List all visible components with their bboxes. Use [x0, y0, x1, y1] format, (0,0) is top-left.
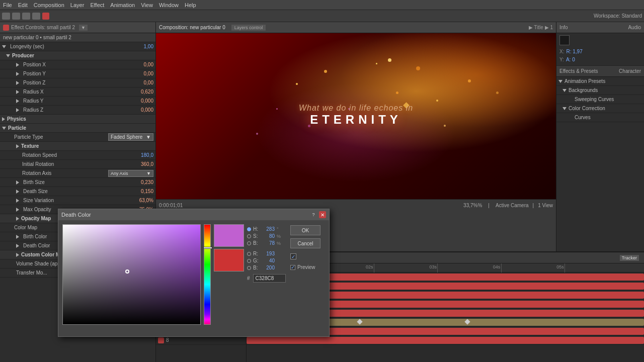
lbl-posx: Position X — [21, 62, 128, 67]
val-rot-speed[interactable]: 180,0 — [128, 152, 153, 158]
val-death-size[interactable]: 0,150 — [128, 189, 153, 194]
val-b[interactable]: 78 — [262, 240, 275, 246]
param-pos-z[interactable]: Position Z 0,00 — [0, 78, 155, 87]
hex-input[interactable] — [253, 274, 286, 283]
r-row[interactable]: R: 193 — [247, 251, 287, 256]
radio-b-rgb[interactable] — [247, 266, 251, 270]
bri-row[interactable]: B: 78 % — [247, 240, 287, 246]
lbl-animation-presets: Animation Presets — [565, 78, 605, 84]
val-posy[interactable]: 0,00 — [128, 71, 153, 76]
character-tab[interactable]: Character — [619, 68, 641, 74]
toolbar-icon-5[interactable] — [42, 13, 49, 20]
val-b-rgb[interactable]: 200 — [262, 265, 275, 270]
info-tab[interactable]: Info — [559, 25, 568, 30]
menu-animation[interactable]: Animation — [110, 2, 135, 8]
tri-max-opacity — [16, 208, 19, 212]
tree-sweeping-curves[interactable]: Sweeping Curves — [556, 95, 644, 104]
timecode-display[interactable]: 0:00:01;01 — [159, 203, 183, 208]
menu-layer[interactable]: Layer — [70, 2, 85, 8]
menu-composition[interactable]: Composition — [34, 2, 64, 8]
menu-effect[interactable]: Effect — [90, 2, 104, 8]
view-label[interactable]: 1 View — [538, 203, 553, 208]
param-birth-size[interactable]: Birth Size 0,230 — [0, 178, 155, 187]
dropdown-particle-type[interactable]: Faded Sphere ▼ — [108, 133, 153, 141]
val-radz[interactable]: 0,000 — [128, 107, 153, 113]
param-radius-z[interactable]: Radius Z 0,000 — [0, 106, 155, 115]
comp-text-line2: ETERNITY — [299, 113, 413, 127]
lbl-s: S: — [253, 233, 260, 239]
dialog-help-btn[interactable]: ? — [310, 211, 317, 218]
color-dialog[interactable]: Death Color ? ✕ — [58, 209, 330, 337]
param-rot-axis[interactable]: Rotation Axis Any Axis▼ — [0, 169, 155, 178]
color-cursor[interactable] — [125, 269, 129, 274]
b-rgb-row[interactable]: B: 200 — [247, 265, 287, 270]
section-producer[interactable]: Producer — [0, 51, 155, 60]
param-pos-y[interactable]: Position Y 0,00 — [0, 69, 155, 78]
val-r[interactable]: 193 — [262, 251, 275, 256]
radio-g[interactable] — [247, 259, 251, 263]
menu-help[interactable]: Help — [185, 2, 196, 8]
preview-old-color[interactable] — [214, 249, 244, 272]
val-init-rot[interactable]: 360,0 — [128, 161, 153, 167]
val-birth-size[interactable]: 0,230 — [128, 179, 153, 185]
param-size-var[interactable]: Size Variation 63,0% — [0, 196, 155, 205]
ruler-lbl-04s: 04s — [493, 264, 501, 269]
color-gradient-picker[interactable] — [62, 224, 201, 325]
camera-label[interactable]: Active Camera — [496, 203, 529, 208]
right-panel: Info Audio X: R: 1,97 Y: A: 0 — [556, 22, 644, 251]
param-init-rot[interactable]: Initial Rotation 360,0 — [0, 160, 155, 169]
menu-window[interactable]: Window — [159, 2, 179, 8]
param-rot-speed[interactable]: Rotation Speed 180,0 — [0, 151, 155, 160]
param-radius-x[interactable]: Radius X 0,620 — [0, 87, 155, 97]
radio-s[interactable] — [247, 234, 251, 238]
checkmark-box[interactable]: ✓ — [290, 253, 296, 259]
radio-r[interactable] — [247, 252, 251, 256]
hue-row[interactable]: H: 283 ° — [247, 226, 287, 232]
param-death-size[interactable]: Death Size 0,150 — [0, 187, 155, 196]
track-bar-8[interactable] — [247, 337, 644, 344]
tree-curves[interactable]: Curves — [556, 113, 644, 122]
zoom-level[interactable]: 33,7%% — [463, 203, 482, 208]
val-g[interactable]: 40 — [262, 258, 275, 263]
preview-checkbox[interactable] — [290, 265, 295, 270]
param-particle-type[interactable]: Particle Type Faded Sphere ▼ — [0, 133, 155, 142]
toolbar-icon-1[interactable] — [2, 13, 10, 20]
tree-backgrounds[interactable]: Backgrounds — [556, 86, 644, 95]
section-physics[interactable]: Physics — [0, 115, 155, 124]
tree-color-correction[interactable]: Color Correction — [556, 104, 644, 113]
val-s[interactable]: 80 — [262, 233, 275, 239]
tracker-tab[interactable]: Tracker — [620, 255, 639, 261]
preview-new-color[interactable] — [214, 224, 244, 247]
toolbar-icon-2[interactable] — [12, 13, 20, 20]
toolbar-icon-3[interactable] — [22, 13, 30, 20]
val-radx[interactable]: 0,620 — [128, 89, 153, 95]
menu-view[interactable]: View — [141, 2, 153, 8]
val-rady[interactable]: 0,000 — [128, 98, 153, 104]
dropdown-rot-axis[interactable]: Any Axis▼ — [108, 170, 153, 177]
val-h[interactable]: 283 — [262, 226, 275, 232]
toolbar-icon-4[interactable] — [32, 13, 40, 20]
audio-tab[interactable]: Audio — [628, 25, 641, 30]
layers-tab[interactable]: Layers control — [231, 25, 266, 31]
menu-edit[interactable]: Edit — [18, 2, 28, 8]
radio-b[interactable] — [247, 241, 251, 245]
val-size-var[interactable]: 63,0% — [128, 198, 153, 203]
radio-h[interactable] — [247, 227, 251, 231]
comp-tab[interactable]: Composition: new particular 0 — [159, 25, 225, 30]
val-posz[interactable]: 0,00 — [128, 80, 153, 85]
cancel-button[interactable]: Cancel — [290, 238, 320, 248]
param-longevity[interactable]: Longevity (sec) 1,00 — [0, 42, 155, 51]
dialog-close-btn[interactable]: ✕ — [319, 211, 326, 218]
param-radius-y[interactable]: Radius Y 0,000 — [0, 97, 155, 106]
sat-row[interactable]: S: 80 % — [247, 233, 287, 239]
ok-button[interactable]: OK — [290, 225, 320, 235]
param-pos-x[interactable]: Position X 0,00 — [0, 60, 155, 69]
tree-animation-presets[interactable]: Animation Presets — [556, 77, 644, 86]
g-row[interactable]: G: 40 — [247, 258, 287, 263]
section-texture[interactable]: Texture — [0, 142, 155, 151]
param-val-longevity[interactable]: 1,00 — [128, 44, 153, 49]
val-posx[interactable]: 0,00 — [128, 62, 153, 67]
menu-file[interactable]: File — [3, 2, 12, 8]
section-particle[interactable]: Particle — [0, 124, 155, 133]
hue-slider[interactable] — [204, 224, 211, 325]
